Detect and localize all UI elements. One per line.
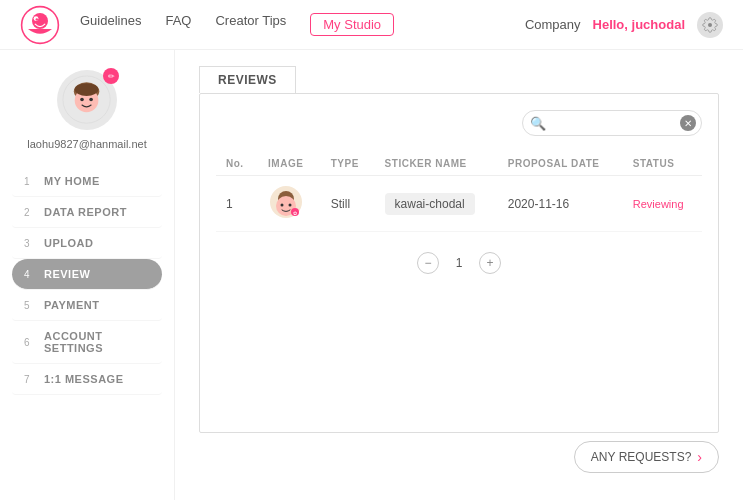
user-email: laohu9827@hanmail.net — [27, 138, 146, 150]
settings-icon[interactable] — [697, 12, 723, 38]
nav-faq[interactable]: FAQ — [165, 13, 191, 36]
pagination: − 1 + — [216, 252, 702, 274]
logo — [20, 5, 60, 45]
username-display: juchodal — [632, 17, 685, 32]
review-table: No. IMAGE TYPE STICKER NAME PROPOSAL DAT… — [216, 152, 702, 232]
svg-point-7 — [80, 98, 84, 102]
nav-creator-tips[interactable]: Creator Tips — [215, 13, 286, 36]
svg-point-14 — [289, 204, 292, 207]
layout: ✏ laohu9827@hanmail.net 1 MY HOME 2 DATA… — [0, 50, 743, 500]
cell-proposal-date: 2020-11-16 — [498, 176, 623, 232]
sidebar: ✏ laohu9827@hanmail.net 1 MY HOME 2 DATA… — [0, 50, 175, 500]
cell-status: Reviewing — [623, 176, 702, 232]
search-input[interactable] — [522, 110, 702, 136]
search-icon: 🔍 — [530, 116, 546, 131]
sidebar-menu: 1 MY HOME 2 DATA REPORT 3 UPLOAD 4 REVIE… — [0, 166, 174, 395]
main-content: REVIEWS 🔍 ✕ No. IMAGE TYPE STICKER NAME — [175, 50, 743, 500]
any-requests-button[interactable]: ANY REQUESTS? › — [574, 441, 719, 473]
sidebar-item-account-settings[interactable]: 6 ACCOUNT SETTINGS — [12, 321, 162, 364]
sidebar-item-my-home[interactable]: 1 MY HOME — [12, 166, 162, 197]
sticker-image: ✿ — [268, 184, 304, 220]
reviews-panel: 🔍 ✕ No. IMAGE TYPE STICKER NAME PROPOSAL… — [199, 93, 719, 433]
search-bar: 🔍 ✕ — [216, 110, 702, 136]
cell-no: 1 — [216, 176, 258, 232]
next-page-button[interactable]: + — [479, 252, 501, 274]
cell-type: Still — [321, 176, 375, 232]
prev-page-button[interactable]: − — [417, 252, 439, 274]
svg-point-3 — [36, 18, 38, 20]
header-right: Company Hello, juchodal — [525, 12, 723, 38]
avatar-edit-icon[interactable]: ✏ — [103, 68, 119, 84]
main-nav: Guidelines FAQ Creator Tips My Studio — [80, 13, 525, 36]
company-link[interactable]: Company — [525, 17, 581, 32]
svg-point-13 — [281, 204, 284, 207]
search-input-wrap: 🔍 ✕ — [522, 110, 702, 136]
avatar-container: ✏ — [57, 70, 117, 130]
sidebar-item-review[interactable]: 4 REVIEW — [12, 259, 162, 290]
sidebar-item-message[interactable]: 7 1:1 MESSAGE — [12, 364, 162, 395]
reviews-tab[interactable]: REVIEWS — [199, 66, 296, 93]
sidebar-item-upload[interactable]: 3 UPLOAD — [12, 228, 162, 259]
greeting: Hello, juchodal — [593, 17, 685, 32]
svg-point-8 — [89, 98, 93, 102]
col-header-proposal-date: PROPOSAL DATE — [498, 152, 623, 176]
sidebar-item-payment[interactable]: 5 PAYMENT — [12, 290, 162, 321]
col-header-type: TYPE — [321, 152, 375, 176]
nav-my-studio[interactable]: My Studio — [310, 13, 394, 36]
table-row: 1 ✿ — [216, 176, 702, 232]
avatar: ✏ — [57, 70, 117, 130]
sidebar-item-data-report[interactable]: 2 DATA REPORT — [12, 197, 162, 228]
col-header-image: IMAGE — [258, 152, 321, 176]
header: Guidelines FAQ Creator Tips My Studio Co… — [0, 0, 743, 50]
svg-text:✿: ✿ — [293, 210, 297, 216]
chevron-right-icon: › — [697, 449, 702, 465]
svg-point-9 — [75, 83, 99, 96]
search-clear-button[interactable]: ✕ — [680, 115, 696, 131]
col-header-sticker-name: STICKER NAME — [375, 152, 498, 176]
current-page: 1 — [449, 256, 469, 270]
col-header-no: No. — [216, 152, 258, 176]
cell-image: ✿ — [258, 176, 321, 232]
requests-label: ANY REQUESTS? — [591, 450, 691, 464]
nav-guidelines[interactable]: Guidelines — [80, 13, 141, 36]
cell-sticker-name: kawai-chodal — [375, 176, 498, 232]
col-header-status: STATUS — [623, 152, 702, 176]
